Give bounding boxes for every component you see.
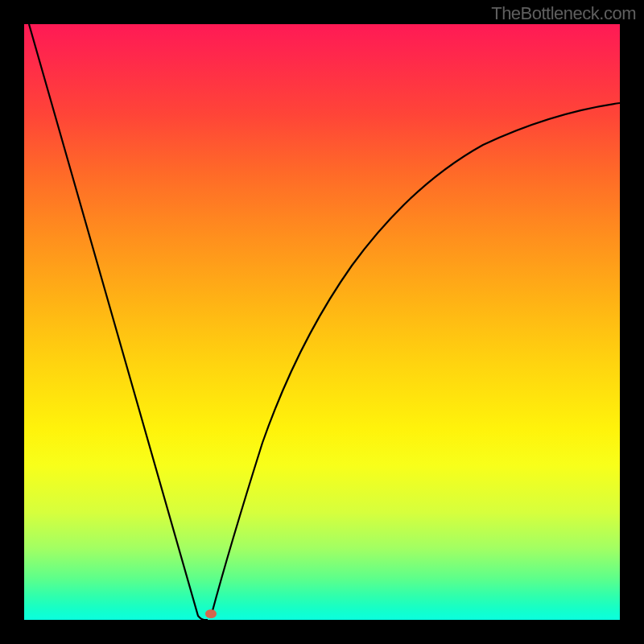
- chart-curve-svg: [24, 24, 620, 620]
- attribution-text: TheBottleneck.com: [491, 3, 636, 24]
- chart-marker-dot: [205, 609, 217, 618]
- chart-right-branch: [211, 103, 620, 617]
- chart-left-branch: [29, 24, 208, 620]
- chart-plot-area: [24, 24, 620, 620]
